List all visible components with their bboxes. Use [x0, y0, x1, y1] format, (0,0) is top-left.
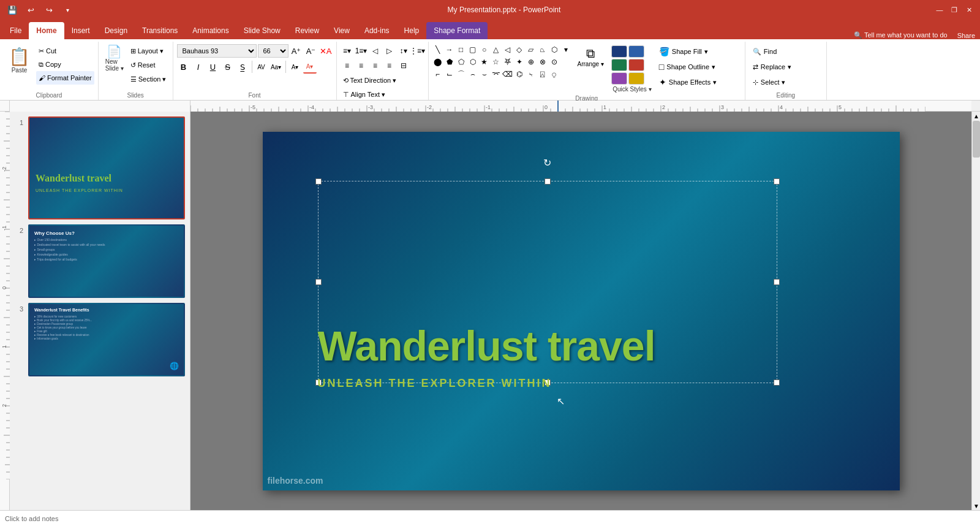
- shape-arrow-btn[interactable]: →: [444, 44, 455, 55]
- shape-r3[interactable]: ⬠: [456, 56, 467, 67]
- bold-button[interactable]: B: [177, 60, 190, 74]
- align-text-button[interactable]: ⊤Align Text ▾: [341, 88, 418, 101]
- tab-insert[interactable]: Insert: [64, 22, 97, 39]
- distributed-button[interactable]: ⊟: [397, 59, 410, 72]
- shape-s3[interactable]: ⌒: [456, 69, 467, 80]
- shape-outline-dropdown[interactable]: ▾: [712, 63, 715, 71]
- tab-review[interactable]: Review: [288, 22, 326, 39]
- scroll-thumb[interactable]: [973, 121, 980, 158]
- shape-fill-dropdown[interactable]: ▾: [704, 48, 708, 56]
- quick-styles-label[interactable]: Quick Styles ▾: [612, 86, 651, 93]
- justify-button[interactable]: ≡: [383, 59, 396, 72]
- replace-button[interactable]: ⇄ Replace ▾: [749, 59, 823, 74]
- shape-s6[interactable]: ⌤: [491, 69, 502, 80]
- increase-indent-button[interactable]: ▷: [383, 44, 396, 58]
- bullets-button[interactable]: ≡▾: [341, 44, 354, 58]
- shape-trap-btn[interactable]: ⏢: [537, 44, 548, 55]
- shape-s1[interactable]: ⌐: [432, 69, 443, 80]
- shadow-button[interactable]: S̲: [236, 60, 249, 74]
- shape-rtriangle-btn[interactable]: ◁: [502, 44, 513, 55]
- layout-button[interactable]: ⊞Layout ▾: [128, 44, 169, 58]
- shape-s8[interactable]: ⌬: [514, 69, 525, 80]
- redo-button[interactable]: ↪: [42, 2, 56, 17]
- shape-s5[interactable]: ⌣: [479, 69, 490, 80]
- tab-help[interactable]: Help: [397, 22, 427, 39]
- shape-s7[interactable]: ⌫: [502, 69, 513, 80]
- shape-r9[interactable]: ⊕: [526, 56, 537, 67]
- shape-r4[interactable]: ⬡: [467, 56, 478, 67]
- shape-rect-btn[interactable]: □: [456, 44, 467, 55]
- arrange-button[interactable]: ⧉ Arrange ▾: [575, 45, 606, 69]
- shape-r5[interactable]: ★: [479, 56, 490, 67]
- cut-button[interactable]: ✂ Cut: [36, 44, 94, 58]
- slide-thumbnail-2[interactable]: Why Choose Us? ▸ Over 150 destinations ▸…: [28, 224, 185, 298]
- shape-s2[interactable]: ⌙: [444, 69, 455, 80]
- text-direction-button[interactable]: ⟲Text Direction ▾: [341, 74, 418, 87]
- tab-file[interactable]: File: [2, 22, 29, 39]
- increase-font-size-button[interactable]: A⁺: [290, 44, 303, 58]
- handle-mid-right[interactable]: [774, 279, 780, 285]
- format-painter-button[interactable]: 🖌 Format Painter: [36, 71, 94, 85]
- slide-title[interactable]: Wanderlust travel: [318, 322, 655, 370]
- numbering-button[interactable]: 1≡▾: [355, 44, 368, 58]
- tab-shape-format[interactable]: Shape Format: [426, 22, 488, 39]
- shape-diamond-btn[interactable]: ◇: [514, 44, 525, 55]
- quick-style-2[interactable]: [628, 45, 644, 58]
- tab-view[interactable]: View: [326, 22, 357, 39]
- quick-style-4[interactable]: [628, 59, 644, 71]
- quick-style-6[interactable]: [628, 72, 644, 85]
- handle-top-right[interactable]: [774, 178, 780, 185]
- shape-s4[interactable]: ⌢: [467, 69, 478, 80]
- clear-formatting-button[interactable]: ✕A: [319, 44, 333, 58]
- quick-style-3[interactable]: [611, 59, 627, 71]
- shape-r2[interactable]: ⬟: [444, 56, 455, 67]
- scroll-down-button[interactable]: ▼: [972, 501, 980, 510]
- handle-top-center[interactable]: [545, 178, 551, 185]
- restore-button[interactable]: ❐: [948, 4, 960, 16]
- shape-r7[interactable]: ⛧: [502, 56, 513, 67]
- align-center-button[interactable]: ≡: [355, 59, 368, 72]
- decrease-indent-button[interactable]: ◁: [369, 44, 382, 58]
- shape-r10[interactable]: ⊗: [537, 56, 548, 67]
- tab-design[interactable]: Design: [97, 22, 135, 39]
- tab-addins[interactable]: Add-ins: [357, 22, 397, 39]
- find-button[interactable]: 🔍 Find: [749, 44, 823, 59]
- shape-r8[interactable]: ✦: [514, 56, 525, 67]
- quick-style-5[interactable]: [611, 72, 627, 85]
- share-button[interactable]: Share: [957, 32, 975, 39]
- shape-s9[interactable]: ⍀: [526, 69, 537, 80]
- paste-button[interactable]: 📋 Paste: [4, 44, 35, 76]
- shape-s11[interactable]: ⍜: [549, 69, 560, 80]
- main-slide[interactable]: ↻ Wanderlust travel UNLEASH THE EXPLORER…: [263, 132, 900, 490]
- align-right-button[interactable]: ≡: [369, 59, 382, 72]
- char-spacing-button[interactable]: AV: [255, 60, 268, 74]
- save-button[interactable]: 💾: [5, 2, 20, 17]
- copy-button[interactable]: ⧉ Copy: [36, 58, 94, 71]
- font-name-select[interactable]: Bauhaus 93 Arial Calibri: [177, 44, 257, 58]
- slide-subtitle[interactable]: UNLEASH THE EXPLORER WITHIN: [318, 377, 552, 390]
- shape-r1[interactable]: ⬤: [432, 56, 443, 67]
- customize-quick-access-button[interactable]: ▾: [60, 2, 75, 17]
- handle-top-left[interactable]: [315, 178, 322, 185]
- strikethrough-button[interactable]: S: [221, 60, 235, 74]
- shape-triangle-btn[interactable]: △: [491, 44, 502, 55]
- shape-rounded-rect-btn[interactable]: ▢: [467, 44, 478, 55]
- shape-effects-dropdown[interactable]: ▾: [713, 78, 717, 86]
- shape-fill-button[interactable]: 🪣 Shape Fill ▾: [655, 44, 741, 59]
- canvas-area[interactable]: ↻ Wanderlust travel UNLEASH THE EXPLORER…: [190, 112, 971, 510]
- shape-hex-btn[interactable]: ⬡: [549, 44, 560, 55]
- shape-circle-btn[interactable]: ○: [479, 44, 490, 55]
- slide-thumbnail-1[interactable]: Wanderlust travel UNLEASH THE EXPLORER W…: [28, 116, 185, 219]
- shape-r6[interactable]: ☆: [491, 56, 502, 67]
- shape-s10[interactable]: ⍓: [537, 69, 548, 80]
- tab-transitions[interactable]: Transitions: [135, 22, 185, 39]
- change-case-button[interactable]: Aa▾: [270, 60, 283, 74]
- minimize-button[interactable]: —: [933, 4, 946, 16]
- shape-outline-button[interactable]: □ Shape Outline ▾: [655, 59, 741, 74]
- underline-button[interactable]: U: [206, 60, 220, 74]
- rotate-handle[interactable]: ↻: [543, 157, 552, 167]
- font-highlight-button[interactable]: A▾: [288, 60, 302, 74]
- shape-effects-button[interactable]: ✦ Shape Effects ▾: [655, 75, 741, 90]
- shape-more-btn[interactable]: ▾: [560, 44, 571, 55]
- tab-slideshow[interactable]: Slide Show: [236, 22, 288, 39]
